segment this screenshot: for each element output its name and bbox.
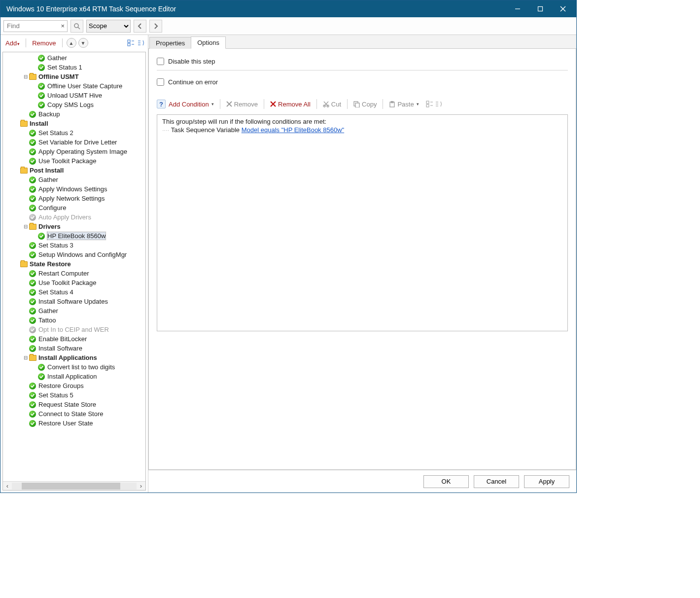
titlebar: Windows 10 Enterprise x64 RTM Task Seque… [0, 0, 576, 17]
svg-line-5 [78, 27, 80, 29]
tree-step[interactable]: Connect to State Store [3, 409, 145, 419]
check-icon [29, 401, 36, 409]
tree-step[interactable]: Set Status 1 [3, 63, 145, 72]
condition-link[interactable]: Model equals "HP EliteBook 8560w" [242, 126, 344, 134]
tree-twisty[interactable]: ⊟ [23, 355, 29, 360]
tree-label: Install Software [38, 345, 82, 352]
tab-options[interactable]: Options [191, 36, 226, 49]
nav-back-button[interactable] [134, 20, 146, 33]
tree-step[interactable]: Apply Windows Settings [3, 184, 145, 194]
check-disabled-icon [29, 326, 36, 334]
condition-row[interactable]: ···· Task Sequence Variable Model equals… [162, 126, 562, 134]
svg-rect-7 [128, 43, 130, 46]
check-icon [29, 298, 36, 306]
disable-step-row[interactable]: Disable this step [157, 55, 568, 68]
tree-container: GatherSet Status 1⊟Offline USMTOffline U… [2, 52, 146, 491]
clear-find-icon[interactable]: × [61, 22, 65, 30]
tree-step[interactable]: Tattoo [3, 316, 145, 325]
tree-step[interactable]: Restore User State [3, 419, 145, 428]
tree-step[interactable]: Install Software Updates [3, 297, 145, 306]
tree-step[interactable]: Offline User State Capture [3, 81, 145, 91]
tree-group[interactable]: ⊟Drivers [3, 222, 145, 231]
tree-step[interactable]: Use Toolkit Package [3, 278, 145, 287]
toolbar-separator [26, 38, 26, 47]
expand-all-icon[interactable] [426, 100, 434, 108]
help-icon[interactable]: ? [157, 100, 166, 108]
tree-label: Post Install [30, 167, 64, 174]
scope-select[interactable]: Scope [86, 20, 131, 33]
tree-step[interactable]: Convert list to two digits [3, 362, 145, 372]
tree-step[interactable]: Opt In to CEIP and WER [3, 325, 145, 334]
continue-on-error-row[interactable]: Continue on error [157, 75, 568, 89]
remove-button[interactable]: Remove [30, 38, 58, 48]
tree-step[interactable]: HP EliteBook 8560w [3, 231, 145, 241]
tab-properties[interactable]: Properties [149, 37, 191, 49]
tree-step[interactable]: Use Toolkit Package [3, 156, 145, 166]
task-tree[interactable]: GatherSet Status 1⊟Offline USMTOffline U… [3, 52, 145, 481]
continue-on-error-checkbox[interactable] [157, 78, 164, 86]
cond-remove-all-button[interactable]: Remove All [268, 100, 313, 109]
cond-copy-button[interactable]: Copy [351, 100, 379, 109]
folder-icon [20, 167, 28, 175]
tree-step[interactable]: Set Variable for Drive Letter [3, 138, 145, 147]
tree-twisty[interactable]: ⊟ [23, 224, 29, 229]
tree-group[interactable]: Post Install [3, 166, 145, 175]
tree-step[interactable]: Set Status 2 [3, 128, 145, 138]
tree-step[interactable]: Setup Windows and ConfigMgr [3, 250, 145, 259]
tree-twisty[interactable]: ⊟ [23, 74, 29, 79]
tree-label: Restore User State [38, 420, 93, 427]
apply-button[interactable]: Apply [524, 475, 569, 488]
tree-step[interactable]: Gather [3, 175, 145, 184]
tree-step[interactable]: Gather [3, 53, 145, 63]
check-icon [29, 148, 36, 156]
find-input[interactable] [3, 20, 68, 32]
tree-step[interactable]: Install Application [3, 372, 145, 381]
maximize-button[interactable] [529, 0, 552, 17]
minimize-button[interactable] [506, 0, 529, 17]
cond-remove-button[interactable]: Remove [224, 100, 260, 109]
tree-step[interactable]: Auto Apply Drivers [3, 212, 145, 222]
tree-step[interactable]: Copy SMS Logs [3, 100, 145, 109]
tree-step[interactable]: Restore Groups [3, 381, 145, 390]
expand-all-icon[interactable] [127, 39, 135, 47]
tree-step[interactable]: Apply Operating System Image [3, 147, 145, 156]
add-button[interactable]: Add▾ [3, 38, 22, 48]
tree-step[interactable]: Install Software [3, 344, 145, 353]
tree-step[interactable]: Unload USMT Hive [3, 91, 145, 100]
tabs: Properties Options [148, 35, 576, 49]
move-down-button[interactable]: ▼ [78, 38, 88, 48]
cancel-button[interactable]: Cancel [474, 475, 519, 488]
tree-step[interactable]: Apply Network Settings [3, 194, 145, 203]
ok-button[interactable]: OK [423, 475, 469, 488]
tree-group[interactable]: State Restore [3, 259, 145, 269]
search-button[interactable] [70, 20, 83, 33]
cond-paste-button[interactable]: Paste▾ [387, 100, 420, 109]
disable-step-checkbox[interactable] [157, 58, 164, 65]
tree-step[interactable]: Set Status 3 [3, 241, 145, 250]
nav-forward-button[interactable] [149, 20, 162, 33]
collapse-all-icon[interactable] [435, 100, 443, 108]
tree-group[interactable]: ⊟Offline USMT [3, 72, 145, 81]
tree-group[interactable]: ⊟Install Applications [3, 353, 145, 362]
tree-step[interactable]: Gather [3, 306, 145, 316]
tree-group[interactable]: Install [3, 119, 145, 128]
add-condition-button[interactable]: Add Condition▾ [167, 100, 216, 109]
check-icon [29, 335, 36, 343]
tree-label: HP EliteBook 8560w [47, 232, 105, 240]
collapse-all-icon[interactable] [137, 39, 145, 47]
tree-label: Install Application [47, 373, 97, 380]
svg-rect-1 [538, 7, 543, 11]
move-up-button[interactable]: ▲ [67, 38, 76, 48]
tree-h-scrollbar[interactable]: ‹ › [3, 481, 145, 490]
tree-step[interactable]: Backup [3, 109, 145, 119]
tree-step[interactable]: Restart Computer [3, 269, 145, 278]
tree-label: Install Software Updates [38, 298, 108, 305]
tree-step[interactable]: Configure [3, 203, 145, 212]
tree-step[interactable]: Request State Store [3, 400, 145, 409]
close-button[interactable] [552, 0, 574, 17]
tree-step[interactable]: Enable BitLocker [3, 334, 145, 344]
tree-step[interactable]: Set Status 4 [3, 287, 145, 297]
conditions-list[interactable]: This group/step will run if the followin… [157, 114, 568, 331]
cond-cut-button[interactable]: Cut [321, 100, 343, 109]
tree-step[interactable]: Set Status 5 [3, 390, 145, 400]
